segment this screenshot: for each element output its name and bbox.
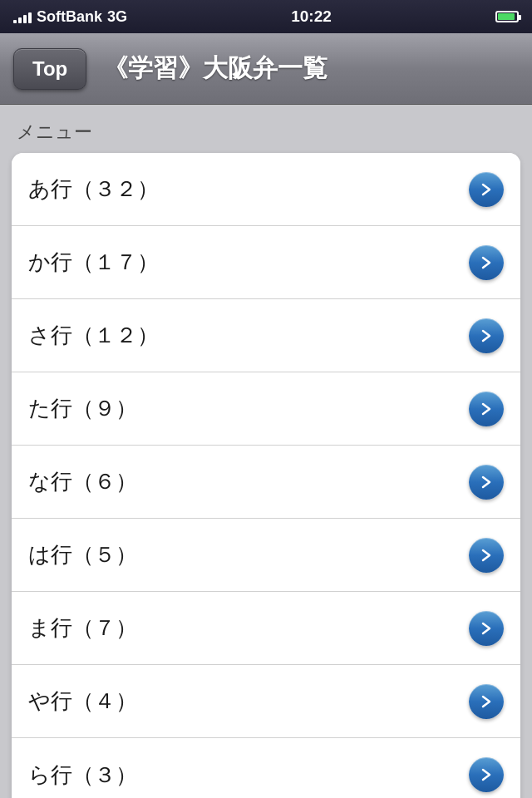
status-bar: SoftBank 3G 10:22 (0, 0, 532, 33)
list-item[interactable]: や行（４） (12, 665, 520, 738)
list-item[interactable]: た行（９） (12, 372, 520, 446)
list-item[interactable]: な行（６） (12, 446, 520, 519)
chevron-right-icon[interactable] (469, 684, 504, 719)
signal-icon (13, 10, 32, 23)
chevron-right-icon[interactable] (469, 318, 504, 353)
main-content: メニュー あ行（３２） か行（１７） さ行（１２） た行（９） な行（６） は行… (0, 105, 532, 798)
list-item-label: は行（５） (28, 540, 137, 569)
list-item-label: あ行（３２） (28, 175, 159, 204)
back-button[interactable]: Top (13, 48, 86, 90)
status-left: SoftBank 3G (13, 8, 127, 26)
chevron-right-icon[interactable] (469, 757, 504, 792)
chevron-right-icon[interactable] (469, 392, 504, 426)
list-item[interactable]: か行（１７） (12, 226, 520, 299)
navigation-bar: Top 《学習》大阪弁一覧 (0, 33, 532, 105)
list-item-label: や行（４） (28, 687, 137, 716)
list-item-label: な行（６） (28, 467, 137, 496)
list-item[interactable]: ら行（３） (12, 738, 520, 798)
chevron-right-icon[interactable] (469, 245, 504, 280)
chevron-right-icon[interactable] (469, 538, 504, 573)
list-item-label: た行（９） (28, 394, 137, 423)
list-item[interactable]: あ行（３２） (12, 153, 520, 226)
chevron-right-icon[interactable] (469, 465, 504, 500)
chevron-right-icon[interactable] (469, 611, 504, 646)
carrier-label: SoftBank (37, 8, 102, 26)
list-item[interactable]: は行（５） (12, 519, 520, 592)
section-header: メニュー (0, 105, 532, 153)
network-label: 3G (107, 8, 127, 26)
chevron-right-icon[interactable] (469, 172, 504, 207)
battery-icon (495, 11, 519, 22)
time-display: 10:22 (291, 7, 332, 26)
list-item-label: さ行（１２） (28, 321, 159, 350)
page-title: 《学習》大阪弁一覧 (103, 52, 519, 86)
battery-fill (498, 13, 515, 20)
list-item-label: ま行（７） (28, 613, 137, 643)
list-item[interactable]: さ行（１２） (12, 299, 520, 372)
status-right (495, 11, 519, 22)
list-item[interactable]: ま行（７） (12, 592, 520, 665)
menu-list: あ行（３２） か行（１７） さ行（１２） た行（９） な行（６） は行（５） ま… (12, 153, 520, 798)
list-item-label: ら行（３） (28, 761, 137, 790)
list-item-label: か行（１７） (28, 248, 159, 277)
